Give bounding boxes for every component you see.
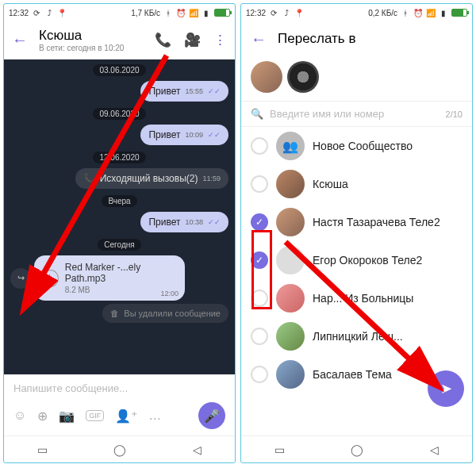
nav-recent[interactable]: ▭ [37, 443, 48, 456]
contact-plus-icon[interactable]: 👤⁺ [115, 409, 137, 424]
nav-home[interactable]: ◯ [113, 443, 126, 456]
sent-icon: ✓✓ [208, 218, 221, 226]
annotation-box [251, 230, 272, 309]
net-speed: 0,2 КБ/с [368, 9, 397, 17]
contact-row[interactable]: ✓Егор Окороков Теле2 [241, 241, 472, 279]
contact-row[interactable]: 👥Новое Сообщество [241, 127, 472, 165]
location-status-icon: 📍 [294, 8, 304, 17]
back-button[interactable]: ← [251, 30, 267, 48]
signal-icon: ▮ [202, 8, 211, 17]
search-row[interactable]: 🔍 Введите имя или номер 2/10 [241, 101, 472, 127]
date-separator: Вчера [102, 195, 136, 207]
compose-area: Напишите сообщение... ☺ ⊕ 📷 GIF 👤⁺ … 🎤 [4, 374, 235, 435]
chat-presence: В сети: сегодня в 10:20 [39, 44, 124, 52]
search-placeholder: Введите имя или номер [270, 108, 384, 120]
mic-button[interactable]: 🎤 [198, 402, 225, 429]
sticker-icon[interactable]: ☺ [13, 409, 26, 423]
forward-title: Переслать в [278, 31, 355, 47]
compose-input[interactable]: Напишите сообщение... [10, 379, 228, 402]
chat-screen: 12:32 ⟳ ⤴ 📍 1,7 КБ/с ᚼ ⏰ 📶 ▮ ← Ксюша В с… [3, 3, 236, 463]
date-separator: 09.06.2020 [93, 108, 145, 120]
contact-row[interactable]: ✓Настя Тазарачева Теле2 [241, 203, 472, 241]
system-nav: ▭ ◯ ◁ [4, 435, 235, 462]
download-icon[interactable]: ⭳ [42, 270, 59, 287]
avatar [276, 284, 305, 313]
community-icon: 👥 [276, 132, 305, 160]
status-time: 12:32 [246, 9, 266, 17]
checkbox[interactable] [251, 175, 268, 193]
back-button[interactable]: ← [12, 31, 28, 49]
plus-icon[interactable]: ⊕ [37, 409, 48, 424]
selected-avatars [241, 56, 472, 101]
status-time: 12:32 [9, 9, 29, 17]
chat-body[interactable]: 03.06.2020 Привет15:55✓✓ 09.06.2020 Прив… [4, 59, 235, 374]
sent-icon: ✓✓ [208, 87, 221, 95]
signal-icon: ▮ [439, 8, 448, 17]
sync-icon: ⟳ [269, 8, 278, 17]
more-tools-icon[interactable]: … [148, 409, 161, 423]
deleted-message: 🗑Вы удалили сообщение [102, 304, 228, 323]
avatar [276, 208, 305, 236]
selection-count: 2/10 [446, 109, 463, 119]
bluetooth-icon: ᚼ [163, 8, 173, 17]
search-icon: 🔍 [251, 108, 263, 120]
wifi-icon: 📶 [189, 8, 198, 17]
contact-row[interactable]: Нар... Из Больницы [241, 279, 472, 317]
call-log-bubble[interactable]: 📞Исходящий вызовы(2)11:59 [75, 168, 228, 189]
more-button[interactable]: ⋮ [213, 32, 227, 48]
trash-icon: 🗑 [110, 309, 119, 318]
message-bubble[interactable]: Привет15:55✓✓ [140, 81, 228, 102]
selected-avatar[interactable] [251, 61, 282, 93]
nav-home[interactable]: ◯ [351, 443, 363, 456]
date-separator: 12.06.2020 [93, 152, 145, 163]
sync-icon: ⟳ [32, 8, 41, 17]
selected-avatar[interactable] [287, 61, 319, 93]
battery-icon [451, 9, 467, 17]
avatar [276, 246, 305, 274]
nav-back[interactable]: ◁ [430, 443, 439, 456]
location-status-icon: 📍 [57, 8, 67, 17]
camera-icon[interactable]: 📷 [59, 409, 75, 424]
alarm-icon: ⏰ [413, 8, 423, 17]
forward-header: ← Переслать в [241, 21, 472, 56]
message-bubble[interactable]: Привет10:09✓✓ [140, 125, 228, 145]
system-nav: ▭ ◯ ◁ [241, 435, 472, 462]
date-separator: Сегодня [98, 239, 140, 251]
send-button[interactable]: ➤ [428, 370, 464, 407]
file-bubble[interactable]: ⭳ Red Marker -...ely Path.mp3 8.2 MB 12:… [34, 255, 185, 301]
net-speed: 1,7 КБ/с [131, 9, 160, 17]
forward-screen: 12:32 ⟳ ⤴ 📍 0,2 КБ/с ᚼ ⏰ 📶 ▮ ← Переслать… [240, 3, 473, 463]
message-bubble[interactable]: Привет10:38✓✓ [140, 212, 228, 232]
sent-icon: ✓✓ [208, 131, 221, 139]
checkbox[interactable] [251, 137, 268, 155]
share-status-icon: ⤴ [44, 8, 54, 17]
bluetooth-icon: ᚼ [401, 8, 410, 17]
checkbox[interactable] [251, 328, 268, 345]
wifi-icon: 📶 [426, 8, 436, 17]
alarm-icon: ⏰ [176, 8, 186, 17]
share-status-icon: ⤴ [282, 8, 291, 17]
contact-row[interactable]: Липницкий Леш... [241, 317, 472, 355]
avatar [276, 322, 305, 351]
chat-header: ← Ксюша В сети: сегодня в 10:20 📞 🎥 ⋮ [4, 21, 235, 59]
status-bar: 12:32 ⟳ ⤴ 📍 1,7 КБ/с ᚼ ⏰ 📶 ▮ [4, 4, 235, 21]
status-bar: 12:32 ⟳ ⤴ 📍 0,2 КБ/с ᚼ ⏰ 📶 ▮ [241, 4, 472, 21]
gif-icon[interactable]: GIF [86, 410, 104, 421]
call-button[interactable]: 📞 [155, 32, 171, 48]
avatar [276, 360, 305, 389]
video-call-button[interactable]: 🎥 [184, 32, 201, 48]
battery-icon [214, 9, 230, 17]
checkbox-checked[interactable]: ✓ [251, 213, 268, 231]
checkbox[interactable] [251, 366, 268, 383]
chat-title[interactable]: Ксюша [39, 28, 124, 44]
date-separator: 03.06.2020 [93, 64, 145, 76]
file-name: Red Marker -...ely Path.mp3 [65, 262, 177, 284]
avatar [276, 170, 305, 198]
forward-button[interactable]: ↪ [10, 268, 31, 289]
contact-row[interactable]: Ксюша [241, 165, 472, 203]
nav-back[interactable]: ◁ [193, 443, 202, 456]
phone-out-icon: 📞 [83, 173, 95, 184]
nav-recent[interactable]: ▭ [274, 443, 285, 456]
